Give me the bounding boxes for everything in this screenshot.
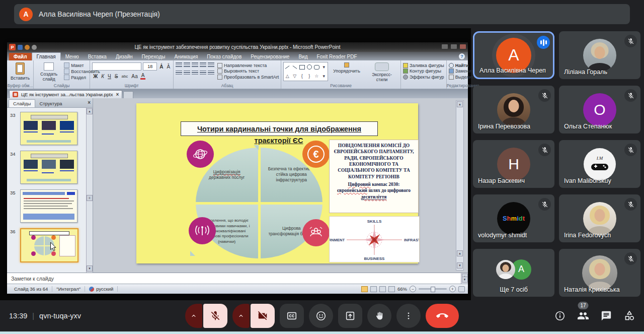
strikethrough-button[interactable]: S xyxy=(114,74,119,79)
panel-tab-slides[interactable]: Слайды xyxy=(9,99,35,107)
panel-tab-outline[interactable]: Структура xyxy=(35,100,66,107)
clear-format-button[interactable]: abc xyxy=(120,74,129,79)
captions-button[interactable] xyxy=(280,304,304,328)
thumbnail-36-selected[interactable] xyxy=(20,228,78,262)
window-controls[interactable] xyxy=(442,44,466,49)
shape-brace-left-icon[interactable]: { xyxy=(301,74,303,79)
indent-increase-icon[interactable] xyxy=(200,62,206,68)
thumbnail-row-33[interactable]: 33 xyxy=(10,112,92,145)
tab-menu[interactable]: Меню xyxy=(61,53,84,60)
align-left-icon[interactable] xyxy=(176,71,182,76)
italic-button[interactable]: К xyxy=(100,74,105,79)
shape-rect-icon[interactable] xyxy=(299,65,305,70)
more-options-button[interactable] xyxy=(396,304,421,328)
slide-canvas[interactable]: Чотири кардинальні точки для відображенн… xyxy=(136,103,418,263)
font-size-select[interactable]: 18 xyxy=(143,62,157,71)
shape-fill-button[interactable]: Заливка фигуры xyxy=(403,63,444,68)
shape-round-rect-icon[interactable] xyxy=(314,65,319,70)
bullets-icon[interactable] xyxy=(176,62,182,68)
mic-options-button[interactable] xyxy=(185,304,202,328)
document-tab[interactable]: ⊞ ЦЕ як інструмент за...льства України.p… xyxy=(9,90,122,98)
thumbnail-row-34[interactable]: 34 xyxy=(10,151,92,184)
notes-scroll-down-icon[interactable]: ▼ xyxy=(462,277,468,283)
tab-animations[interactable]: Анимация xyxy=(170,53,202,60)
bold-button[interactable]: Ж xyxy=(92,74,99,79)
mic-toggle-button[interactable] xyxy=(203,304,227,328)
shape-effects-button[interactable]: Эффекты фигур xyxy=(403,75,444,80)
present-button[interactable] xyxy=(338,304,362,328)
quick-styles-button[interactable]: Экспресс-стили xyxy=(365,62,398,83)
next-slide-icon[interactable]: ▼ xyxy=(457,262,463,269)
shape-triangle-icon[interactable]: △ xyxy=(286,74,289,79)
thumbnail-35[interactable] xyxy=(20,189,77,223)
chat-button[interactable] xyxy=(600,309,613,322)
zoom-slider-thumb[interactable] xyxy=(431,287,435,292)
tab-design[interactable]: Дизайн xyxy=(111,53,137,60)
activities-button[interactable] xyxy=(623,309,636,322)
tab-review[interactable]: Рецензирование xyxy=(246,53,294,60)
zoom-out-icon[interactable]: − xyxy=(410,286,416,292)
shape-oval-icon[interactable] xyxy=(307,64,312,70)
show-people-button[interactable]: 17 xyxy=(577,309,590,322)
tile-volodymyr-shmidt[interactable]: Shmidt volodymyr shmidt xyxy=(473,194,554,242)
tab-transitions[interactable]: Переходы xyxy=(137,53,170,60)
tab-foxit[interactable]: Foxit Reader PDF xyxy=(312,53,362,60)
panel-scrollbar[interactable]: ▲ ≡ ▼ xyxy=(86,108,93,273)
align-text-button[interactable]: Выровнять текст xyxy=(217,69,279,74)
close-icon[interactable] xyxy=(460,44,466,49)
tile-more-people[interactable]: A Ще 7 осіб xyxy=(473,249,554,297)
tab-view[interactable]: Вид xyxy=(294,53,312,60)
help-icon[interactable]: ? xyxy=(459,53,465,59)
reactions-button[interactable] xyxy=(309,304,333,328)
align-center-icon[interactable] xyxy=(184,71,190,76)
tab-home[interactable]: Главная xyxy=(32,52,61,60)
arrange-button[interactable]: Упорядочить xyxy=(331,62,362,83)
grow-font-button[interactable]: А́ xyxy=(158,64,164,70)
slideshow-view-icon[interactable] xyxy=(388,286,395,292)
columns-icon[interactable] xyxy=(208,71,214,76)
ppt-title-bar[interactable]: P ЦЕ як інструмент забезпечення розвитку… xyxy=(7,42,468,52)
fit-to-window-icon[interactable] xyxy=(458,286,465,292)
tab-insert[interactable]: Вставка xyxy=(84,53,111,60)
tile-liliana-horal[interactable]: Ліліана Гораль xyxy=(559,31,640,79)
panel-scroll-grip[interactable]: ≡ xyxy=(87,195,93,201)
panel-scroll-down-icon[interactable]: ▼ xyxy=(87,265,93,272)
tile-ivan-maliborskuy[interactable]: I.M Ivan Maliborskuy xyxy=(559,140,640,188)
line-spacing-icon[interactable] xyxy=(208,62,214,68)
presenter-banner[interactable]: A Алла Василівна Череп (Презентація) xyxy=(14,4,630,24)
shape-brace-right-icon[interactable]: } xyxy=(308,74,310,79)
align-right-icon[interactable] xyxy=(192,71,198,76)
panel-close-icon[interactable]: × xyxy=(88,100,91,105)
language-indicator[interactable]: русский xyxy=(85,286,118,292)
digital-compass-figure[interactable]: SKILLS GOVERNMENT INFRASTRUCTURES BUSINE… xyxy=(329,216,420,262)
numbering-icon[interactable] xyxy=(184,62,190,68)
tile-nazar-baskevych[interactable]: Н Назар Баскевич xyxy=(473,140,554,188)
editor-scroll-up-icon[interactable]: ▲ xyxy=(457,101,463,107)
editor-scrollbar[interactable]: ▲ ▲ ▼ xyxy=(456,100,464,271)
minimize-icon[interactable] xyxy=(442,44,448,49)
paste-button[interactable]: Вставить xyxy=(9,62,31,81)
new-slide-button[interactable]: Создать слайд xyxy=(36,62,62,83)
thumbnail-33[interactable] xyxy=(20,112,77,145)
shape-star-icon[interactable]: ☆ xyxy=(314,74,318,79)
slide-title-box[interactable]: Чотири кардинальні точки для відображенн… xyxy=(181,121,378,136)
previous-slide-icon[interactable]: ▲ xyxy=(457,250,463,256)
leave-call-button[interactable] xyxy=(426,304,459,328)
zoom-percent[interactable]: 66% xyxy=(397,286,407,292)
justify-icon[interactable] xyxy=(200,71,206,76)
tile-olha-stepaniuk[interactable]: О Ольга Степанюк xyxy=(559,86,640,133)
tile-alla-cherep[interactable]: A Алла Василівна Череп xyxy=(473,31,554,79)
panel-scroll-up-icon[interactable]: ▲ xyxy=(87,108,93,114)
notes-placeholder[interactable]: Заметки к слайду xyxy=(7,276,54,282)
shape-gallery-more-icon[interactable]: ▾ xyxy=(323,74,326,79)
normal-view-icon[interactable] xyxy=(361,286,368,292)
communication-text-box[interactable]: ПОВІДОМЛЕННЯ КОМІСІЇ ДО ЄВРОПЕЙСЬКОГО ПА… xyxy=(329,140,419,213)
zoom-in-icon[interactable]: + xyxy=(449,286,456,292)
maximize-icon[interactable] xyxy=(451,44,457,49)
notes-pane[interactable]: Заметки к слайду ▲ ▼ xyxy=(7,273,468,284)
underline-button[interactable]: Ч xyxy=(107,74,112,79)
camera-toggle-button[interactable] xyxy=(251,304,275,328)
doc-tab-close-icon[interactable]: × xyxy=(116,92,119,97)
shape-down-triangle-icon[interactable]: ▽ xyxy=(293,74,296,79)
thumbnail-row-36[interactable]: 36 xyxy=(10,228,92,262)
